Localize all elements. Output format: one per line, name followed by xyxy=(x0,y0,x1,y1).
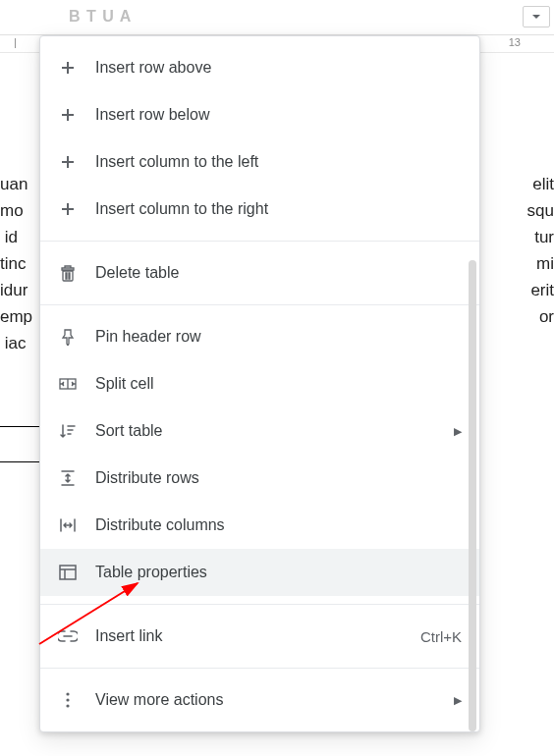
table-border-line xyxy=(0,426,41,427)
plus-icon xyxy=(58,105,78,125)
menu-distribute-rows[interactable]: Distribute rows xyxy=(40,455,479,502)
svg-point-3 xyxy=(66,698,69,701)
menu-label: Insert link xyxy=(95,627,420,645)
menu-label: Insert row above xyxy=(95,59,462,77)
pin-icon xyxy=(58,327,78,347)
menu-insert-row-below[interactable]: Insert row below xyxy=(40,91,479,138)
menu-separator xyxy=(40,304,479,305)
menu-table-properties[interactable]: Table properties xyxy=(40,549,479,596)
menu-insert-col-left[interactable]: Insert column to the left xyxy=(40,138,479,186)
menu-insert-row-above[interactable]: Insert row above xyxy=(40,44,479,91)
menu-view-more[interactable]: View more actions ▶ xyxy=(40,676,479,724)
toolbar-format-hints: B T U A xyxy=(69,8,132,26)
trash-icon xyxy=(58,263,78,283)
chevron-right-icon: ▶ xyxy=(454,694,462,707)
svg-point-2 xyxy=(66,692,69,695)
menu-label: Distribute columns xyxy=(95,516,462,534)
menu-label: Insert row below xyxy=(95,106,462,124)
menu-split-cell[interactable]: Split cell xyxy=(40,360,479,407)
link-icon xyxy=(58,626,78,646)
menu-label: Delete table xyxy=(95,264,462,282)
caret-down-icon xyxy=(531,12,541,22)
plus-icon xyxy=(58,58,78,78)
ruler-marker: 13 xyxy=(509,36,521,48)
menu-label: Table properties xyxy=(95,564,462,581)
distribute-cols-icon xyxy=(58,515,78,535)
more-vertical-icon xyxy=(58,690,78,710)
table-icon xyxy=(58,563,78,582)
menu-separator xyxy=(40,241,479,242)
menu-label: Sort table xyxy=(95,422,442,440)
distribute-rows-icon xyxy=(58,468,78,488)
split-cell-icon xyxy=(58,374,78,394)
menu-shortcut: Ctrl+K xyxy=(420,628,462,645)
table-context-menu: Insert row above Insert row below Insert… xyxy=(39,35,480,732)
menu-delete-table[interactable]: Delete table xyxy=(40,249,479,297)
menu-insert-col-right[interactable]: Insert column to the right xyxy=(40,186,479,233)
menu-distribute-cols[interactable]: Distribute columns xyxy=(40,502,479,549)
menu-label: Pin header row xyxy=(95,328,462,346)
sort-icon xyxy=(58,421,78,441)
menu-insert-link[interactable]: Insert link Ctrl+K xyxy=(40,613,479,660)
menu-label: Insert column to the right xyxy=(95,200,462,218)
svg-point-4 xyxy=(66,704,69,707)
svg-rect-1 xyxy=(60,566,76,579)
menu-label: Distribute rows xyxy=(95,469,462,487)
plus-icon xyxy=(58,152,78,172)
doc-text-left: uan mo id tinc idur emp iac xyxy=(0,171,32,356)
doc-text-right: elit squ tur mi erit or xyxy=(527,171,554,330)
menu-separator xyxy=(40,604,479,605)
menu-sort-table[interactable]: Sort table ▶ xyxy=(40,407,479,455)
menu-label: Split cell xyxy=(95,375,462,393)
menu-pin-header[interactable]: Pin header row xyxy=(40,313,479,360)
toolbar: B T U A xyxy=(0,0,554,35)
table-border-line xyxy=(0,461,41,462)
menu-label: View more actions xyxy=(95,691,442,709)
menu-separator xyxy=(40,668,479,669)
menu-label: Insert column to the left xyxy=(95,153,462,171)
chevron-right-icon: ▶ xyxy=(454,425,462,438)
toolbar-dropdown-button[interactable] xyxy=(523,6,550,27)
plus-icon xyxy=(58,199,78,219)
menu-scrollbar[interactable] xyxy=(469,260,476,731)
